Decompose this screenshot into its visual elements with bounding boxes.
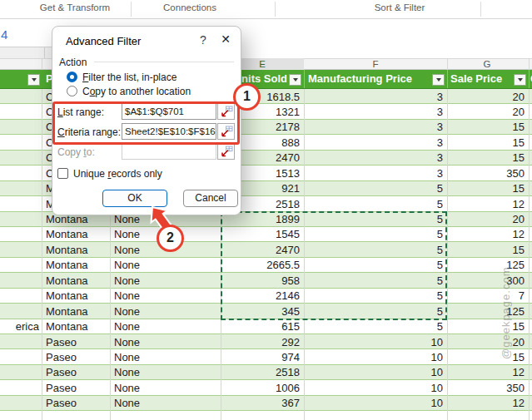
group-rule xyxy=(94,62,234,62)
column-letter-e: E xyxy=(259,58,266,70)
filter-dropdown-sale-price[interactable] xyxy=(514,74,526,86)
help-icon[interactable]: ? xyxy=(196,33,211,48)
close-icon[interactable]: ✕ xyxy=(217,32,234,47)
excel-window: Get & Transform Connections Sort & Filte… xyxy=(0,0,532,420)
selection-marquee xyxy=(221,211,447,320)
radio-filter-in-place[interactable] xyxy=(67,72,77,82)
range-picker-icon[interactable] xyxy=(217,143,235,160)
table-row[interactable]: PaseoNone25181012 xyxy=(0,365,532,380)
ribbon-group-get-transform: Get & Transform xyxy=(40,2,110,12)
table-row[interactable]: PaseoNone9741015 xyxy=(0,349,532,364)
annotation-step-1: 1 xyxy=(233,83,261,111)
header-divider xyxy=(529,70,530,88)
column-letter-f[interactable]: F xyxy=(372,59,378,70)
ribbon-group-sort-filter: Sort & Filter xyxy=(375,2,425,12)
gridline xyxy=(529,89,530,420)
action-group-label: Action xyxy=(59,57,87,68)
unique-records-checkbox[interactable] xyxy=(57,168,68,179)
heading-divider xyxy=(42,59,42,71)
header-manufacturing-price: Manufacturing Price xyxy=(308,72,412,85)
table-row-partial[interactable] xyxy=(0,411,532,420)
gridline xyxy=(447,89,448,420)
table-row[interactable]: PaseoNone100610350 xyxy=(0,380,532,395)
cancel-button[interactable]: Cancel xyxy=(183,190,238,207)
table-row[interactable]: ericaMontanaNone615515 xyxy=(0,319,532,334)
ribbon-divider xyxy=(131,2,132,17)
ribbon-divider xyxy=(275,2,276,17)
copy-to-label: Copy to: xyxy=(57,146,95,158)
annotation-highlight-rect xyxy=(52,101,240,145)
column-letter-g[interactable]: G xyxy=(484,59,491,70)
filter-dropdown-manufacturing-price[interactable] xyxy=(432,74,445,86)
header-sale-price: Sale Price xyxy=(450,72,502,85)
name-box-fragment: 4 xyxy=(1,27,7,42)
unique-records-label: Unique records only xyxy=(73,168,162,180)
heading-divider xyxy=(447,59,448,71)
watermark: @geekpage.com xyxy=(500,185,518,359)
filter-dropdown-units-sold[interactable] xyxy=(289,74,301,86)
table-row[interactable]: PaseoNone3671012 xyxy=(0,396,532,411)
header-divider xyxy=(447,70,448,88)
ribbon-group-strip: Get & Transform Connections Sort & Filte… xyxy=(0,0,532,19)
radio-filter-in-place-label: Filter the list, in-place xyxy=(82,72,177,83)
filter-dropdown-country[interactable] xyxy=(27,74,40,86)
gridline xyxy=(42,70,42,420)
dialog-title: Advanced Filter xyxy=(66,35,141,47)
header-divider xyxy=(304,70,305,88)
copy-to-input xyxy=(122,143,216,160)
radio-copy-to-location[interactable] xyxy=(67,86,77,96)
annotation-step-2: 2 xyxy=(157,225,184,252)
ribbon-group-connections: Connections xyxy=(163,2,216,12)
radio-copy-to-location-label: Copy to another location xyxy=(82,86,191,97)
table-row[interactable]: PaseoNone2921020 xyxy=(0,334,532,349)
heading-divider xyxy=(529,59,530,71)
ribbon-divider xyxy=(480,2,481,17)
